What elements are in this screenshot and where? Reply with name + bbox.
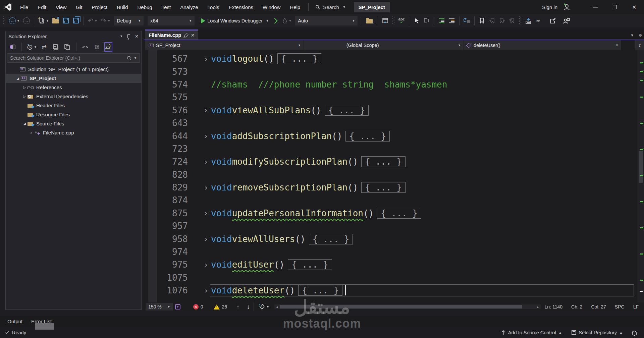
panel-menu-chevron-icon[interactable]: ▼ <box>120 35 123 38</box>
platform-combo[interactable]: x64▼ <box>148 16 195 25</box>
tab-output[interactable]: Output <box>7 319 22 324</box>
warnings-icon[interactable] <box>214 304 220 309</box>
toolbar-grip[interactable] <box>519 16 521 25</box>
tab-filename-cpp[interactable]: FileName.cpp ✕ <box>145 30 198 40</box>
code-line-1076[interactable]: 1076›void deleteUser(){ ... } <box>144 284 637 297</box>
menu-item-debug[interactable]: Debug <box>133 0 157 14</box>
view-code-button[interactable]: <> <box>82 42 90 52</box>
select-repository-button[interactable]: Select Repository ▲ <box>568 327 626 338</box>
code-line-567[interactable]: 567›void logout(){ ... } <box>144 52 637 65</box>
tree-item-header-files[interactable]: Header Files <box>6 101 141 110</box>
tree-item-solution-sp-project-1-of-1-project[interactable]: Solution 'SP_Project' (1 of 1 project) <box>6 65 141 74</box>
fold-chevron-icon[interactable]: › <box>202 55 210 63</box>
errors-icon[interactable]: ✕ <box>193 304 199 309</box>
tree-item-references[interactable]: ▷References <box>6 83 141 92</box>
scope-dropdown[interactable]: (Global Scope) ▼ <box>304 40 464 50</box>
minimize-button[interactable]: — <box>586 0 605 14</box>
preview-selected-items-button[interactable] <box>104 42 112 52</box>
spellcheck-toggle-button[interactable]: abc✓ <box>397 16 406 26</box>
scroll-left-arrow-icon[interactable]: ◄ <box>274 305 280 309</box>
code-line-1075[interactable]: 1075 <box>144 271 637 284</box>
tree-item-sp-project[interactable]: ◢SP_Project <box>6 74 141 83</box>
menu-item-tools[interactable]: Tools <box>203 0 224 14</box>
menu-item-file[interactable]: File <box>15 0 33 14</box>
code-line-723[interactable]: 723 <box>144 143 637 155</box>
tree-item-external-dependencies[interactable]: ▷External Dependencies <box>6 92 141 101</box>
status-line-ending[interactable]: LF <box>633 304 639 309</box>
collapsed-region-box[interactable]: { ... } <box>288 259 332 270</box>
scroll-right-arrow-icon[interactable]: ► <box>535 305 541 309</box>
solution-explorer-header[interactable]: Solution Explorer ▼ ✕ <box>6 31 141 41</box>
find-in-files-button[interactable] <box>365 16 375 26</box>
code-line-974[interactable]: 974 <box>144 245 637 258</box>
code-line-575[interactable]: 575 <box>144 91 637 104</box>
close-icon[interactable]: ✕ <box>135 34 139 39</box>
menu-item-edit[interactable]: Edit <box>33 0 51 14</box>
send-feedback-button[interactable] <box>562 16 571 26</box>
collapsed-region-box[interactable]: { ... } <box>361 156 406 167</box>
notifications-bell-icon[interactable] <box>632 331 637 335</box>
save-button[interactable] <box>62 16 70 26</box>
menu-item-view[interactable]: View <box>51 0 71 14</box>
code-line-576[interactable]: 576›void viewAllSubPlans(){ ... } <box>144 104 637 117</box>
add-to-source-control-button[interactable]: Add to Source Control ▲ <box>498 327 565 338</box>
menu-item-test[interactable]: Test <box>157 0 176 14</box>
navigate-back-button[interactable]: ←▼ <box>8 16 21 26</box>
pin-icon[interactable] <box>127 34 130 38</box>
menu-item-help[interactable]: Help <box>285 0 305 14</box>
switch-views-button[interactable] <box>8 42 16 52</box>
project-dropdown[interactable]: SP_Project ▼ <box>145 40 304 50</box>
code-line-874[interactable]: 874 <box>144 194 637 207</box>
zoom-level-combo[interactable]: 150 %▼ <box>146 303 173 311</box>
code-line-975[interactable]: 975›void editUser(){ ... } <box>144 258 637 271</box>
menu-item-build[interactable]: Build <box>112 0 132 14</box>
document-list-chevron-icon[interactable]: ▼ <box>630 33 634 38</box>
menu-item-git[interactable]: Git <box>71 0 87 14</box>
collapsed-region-box[interactable]: { ... } <box>277 53 322 64</box>
collapsed-region-box[interactable]: { ... } <box>377 208 421 219</box>
solution-explorer-search[interactable]: Search Solution Explorer (Ctrl+;) ▼ <box>7 53 140 63</box>
add-account-person-icon[interactable] <box>561 1 572 13</box>
next-bookmark-button[interactable] <box>498 16 506 26</box>
sync-with-active-document-button[interactable]: ⇄ <box>40 42 48 52</box>
error-count[interactable]: 0 <box>201 304 203 309</box>
expand-chevron-icon[interactable]: ▷ <box>22 86 27 89</box>
properties-button[interactable]: ⚿ <box>93 42 101 52</box>
fold-chevron-icon[interactable]: › <box>202 132 210 140</box>
pending-changes-filter-button[interactable]: ▼ <box>27 42 37 52</box>
code-line-957[interactable]: 957 <box>144 220 637 232</box>
collapse-all-button[interactable] <box>52 42 60 52</box>
collapsed-region-box[interactable]: { ... } <box>298 285 342 296</box>
pin-icon[interactable] <box>183 33 188 37</box>
fold-chevron-icon[interactable]: › <box>202 158 210 166</box>
fold-chevron-icon[interactable]: › <box>202 183 210 192</box>
code-line-724[interactable]: 724›void modifySubscriptionPlan(){ ... } <box>144 155 637 168</box>
restore-button[interactable] <box>605 0 625 14</box>
previous-issue-arrow-icon[interactable]: ↑ <box>236 303 239 311</box>
code-line-829[interactable]: 829›void removeSubscriptionPlan(){ ... } <box>144 181 637 194</box>
menu-item-window[interactable]: Window <box>258 0 285 14</box>
menu-item-extensions[interactable]: Extensions <box>224 0 258 14</box>
vertical-scrollbar[interactable] <box>637 50 644 302</box>
redo-button[interactable]: ↷▼ <box>100 16 112 26</box>
menu-item-project[interactable]: Project <box>87 0 112 14</box>
fold-chevron-icon[interactable]: › <box>202 106 210 114</box>
undo-last-action-button[interactable] <box>463 16 471 26</box>
tab-settings-gear-icon[interactable]: ⚙ <box>639 33 642 38</box>
expand-chevron-icon[interactable]: ▷ <box>29 131 34 134</box>
warning-count[interactable]: 26 <box>222 304 227 309</box>
intellicode-suggestions-button[interactable] <box>524 16 533 26</box>
selection-mode-button[interactable] <box>412 16 421 26</box>
toggle-bookmark-button[interactable] <box>478 16 486 26</box>
increase-indent-button[interactable] <box>447 16 456 26</box>
titlebar-project-badge[interactable]: SP_Project <box>354 2 390 12</box>
code-line-573[interactable]: 573 <box>144 65 637 78</box>
share-button[interactable] <box>549 16 557 26</box>
collapsed-region-box[interactable]: { ... } <box>345 131 390 142</box>
new-file-button[interactable]: ▼ <box>37 16 50 26</box>
toolbar-grip[interactable] <box>3 16 5 25</box>
sign-in-button[interactable]: Sign in <box>539 4 561 10</box>
collapsed-region-box[interactable]: { ... } <box>325 105 369 116</box>
previous-bookmark-button[interactable] <box>488 16 496 26</box>
menu-item-analyze[interactable]: Analyze <box>175 0 203 14</box>
